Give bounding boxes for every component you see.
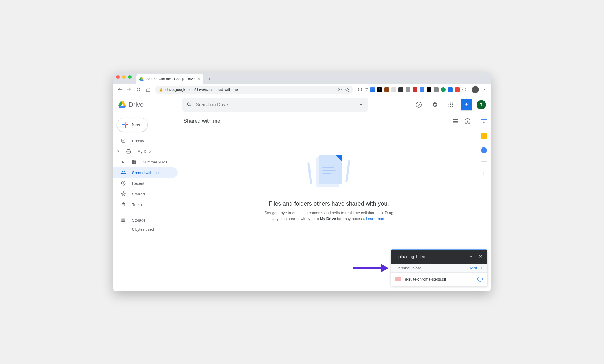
sidebar-item-label: Storage	[132, 218, 146, 222]
user-avatar[interactable]: T	[477, 100, 486, 109]
minimize-window-button[interactable]	[122, 75, 126, 79]
expand-arrow-icon[interactable]: ▼	[117, 150, 120, 153]
chrome-toolbar: 🔒 drive.google.com/drive/u/5/shared-with…	[113, 84, 491, 95]
window-controls	[116, 73, 132, 84]
search-options-button[interactable]	[358, 102, 364, 108]
help-button[interactable]: ?	[413, 99, 425, 111]
sidebar-item-starred[interactable]: Starred	[113, 188, 178, 199]
new-button[interactable]: New	[117, 118, 148, 132]
settings-button[interactable]	[429, 99, 441, 111]
ext-icon-10[interactable]	[434, 87, 439, 92]
chrome-menu-button[interactable]: ⋮	[480, 86, 488, 94]
sidebar-item-my-drive[interactable]: ▼ My Drive	[113, 146, 178, 157]
ext-icon-7[interactable]	[413, 87, 417, 92]
calendar-icon[interactable]: 31	[481, 119, 487, 125]
learn-more-link[interactable]: Learn more	[366, 217, 385, 221]
forward-button[interactable]	[125, 86, 133, 94]
trash-icon	[120, 202, 126, 207]
browser-window: Shared with me - Google Drive ✕ + 🔒 driv…	[113, 73, 491, 291]
empty-heading: Files and folders others have shared wit…	[269, 200, 389, 207]
add-addon-button[interactable]: +	[482, 170, 486, 177]
close-button[interactable]	[478, 254, 483, 259]
sidebar-item-label: Starred	[132, 192, 145, 196]
plus-icon	[122, 122, 128, 128]
list-view-button[interactable]	[452, 118, 459, 124]
svg-point-12	[449, 106, 449, 107]
search-bar[interactable]	[182, 98, 368, 112]
reload-button[interactable]	[134, 86, 143, 94]
close-window-button[interactable]	[116, 75, 120, 79]
ext-icon-1[interactable]	[370, 87, 375, 92]
toast-file-row[interactable]: g-suite-chrome-steps.gif	[391, 273, 487, 286]
home-button[interactable]	[144, 86, 152, 94]
sidebar: New Priority ▼ My Drive ▶ Summer 2020 Sh…	[113, 114, 181, 291]
back-button[interactable]	[116, 86, 124, 94]
divider	[120, 212, 181, 212]
new-tab-button[interactable]: +	[205, 75, 214, 83]
maximize-window-button[interactable]	[128, 75, 132, 79]
extension-icons: i f? N	[356, 87, 468, 92]
apps-button[interactable]	[445, 99, 457, 111]
ext-icon-14[interactable]	[462, 87, 467, 92]
info-circle-icon[interactable]: i	[358, 87, 362, 92]
empty-illustration	[305, 155, 352, 193]
sidebar-item-priority[interactable]: Priority	[113, 135, 178, 146]
header-actions: ? T	[413, 99, 486, 111]
chrome-titlebar: Shared with me - Google Drive ✕ +	[113, 73, 491, 84]
info-button[interactable]	[464, 118, 471, 124]
expand-arrow-icon[interactable]: ▶	[122, 160, 125, 163]
sidebar-item-storage[interactable]: Storage	[113, 215, 178, 225]
ext-f-icon[interactable]: f?	[365, 87, 368, 92]
ext-icon-2[interactable]: N	[377, 87, 382, 92]
keep-icon[interactable]	[481, 133, 487, 139]
svg-point-8	[452, 102, 453, 103]
folder-shared-icon	[131, 159, 137, 165]
cancel-button[interactable]: CANCEL	[468, 266, 483, 270]
ext-icon-6[interactable]	[406, 87, 410, 92]
chrome-profile-avatar[interactable]	[472, 86, 479, 93]
search-input[interactable]	[196, 102, 354, 107]
sidebar-item-label: Recent	[132, 181, 144, 186]
sidebar-item-recent[interactable]: Recent	[113, 178, 178, 188]
close-tab-button[interactable]: ✕	[197, 77, 201, 81]
drive-logo[interactable]: Drive	[118, 101, 180, 109]
sidebar-item-label: Priority	[132, 139, 144, 143]
svg-rect-22	[467, 121, 468, 123]
upload-toast: Uploading 1 item Finishing upload... CAN…	[391, 249, 487, 286]
sidebar-item-trash[interactable]: Trash	[113, 199, 178, 210]
sidebar-item-shared-with-me[interactable]: Shared with me	[113, 167, 178, 178]
sidebar-item-label: My Drive	[137, 149, 152, 154]
star-icon[interactable]	[345, 87, 349, 92]
tasks-icon[interactable]	[481, 147, 487, 153]
zoom-icon[interactable]	[337, 87, 342, 92]
search-icon	[186, 102, 192, 108]
drive-logo-icon	[118, 101, 126, 108]
sidebar-item-summer-2020[interactable]: ▶ Summer 2020	[113, 157, 178, 167]
ext-icon-13[interactable]	[455, 87, 460, 92]
content-header: Shared with me	[181, 114, 477, 128]
sidebar-item-label: Summer 2020	[143, 160, 167, 164]
ext-icon-3[interactable]	[384, 87, 389, 92]
divider	[481, 161, 487, 162]
svg-point-7	[450, 102, 451, 103]
storage-used-text: 0 bytes used	[113, 227, 181, 232]
ext-icon-4[interactable]	[391, 87, 396, 92]
ext-icon-11[interactable]	[441, 87, 446, 92]
ext-icon-12[interactable]	[448, 87, 453, 92]
address-bar[interactable]: 🔒 drive.google.com/drive/u/5/shared-with…	[155, 86, 353, 94]
content-title: Shared with me	[183, 118, 452, 124]
drive-header: Drive ? T	[113, 95, 491, 114]
svg-point-3	[463, 88, 466, 91]
storage-icon	[120, 217, 126, 223]
ext-icon-5[interactable]	[398, 87, 403, 92]
collapse-button[interactable]	[469, 254, 474, 259]
ext-icon-9[interactable]	[427, 87, 431, 92]
ext-icon-8[interactable]	[420, 87, 424, 92]
tab-title: Shared with me - Google Drive	[146, 77, 195, 81]
offline-download-button[interactable]	[461, 99, 472, 111]
svg-point-10	[450, 104, 451, 105]
browser-tab[interactable]: Shared with me - Google Drive ✕	[136, 74, 203, 84]
svg-text:i: i	[360, 88, 360, 91]
shared-icon	[120, 170, 126, 176]
drive-logo-text: Drive	[129, 101, 144, 109]
